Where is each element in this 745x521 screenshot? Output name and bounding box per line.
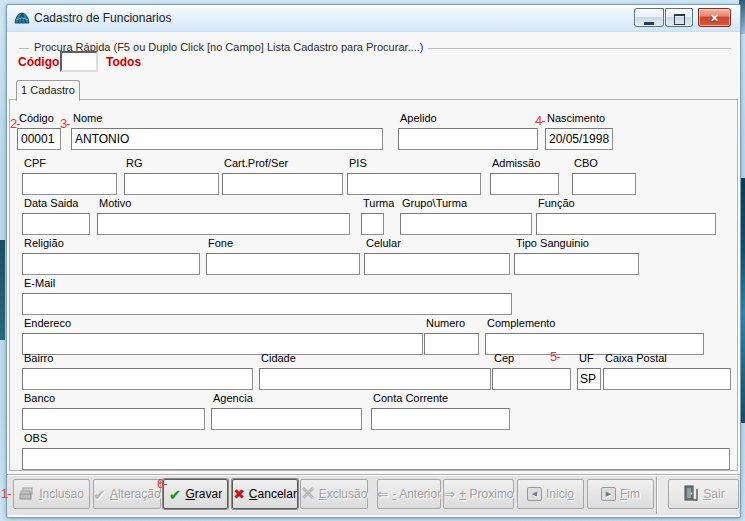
numero-label: Numero bbox=[424, 317, 479, 330]
apelido-input[interactable] bbox=[398, 128, 538, 150]
grupo-turma-label: Grupo\Turma bbox=[400, 197, 532, 210]
turma-label: Turma bbox=[361, 197, 384, 210]
minimize-button[interactable] bbox=[634, 8, 664, 27]
alteracao-button[interactable]: ✔ Alteração bbox=[93, 479, 161, 509]
field-apelido: Apelido bbox=[398, 112, 538, 150]
celular-label: Celular bbox=[364, 237, 510, 250]
field-nome: Nome bbox=[71, 112, 383, 150]
annotation-4: 4- bbox=[535, 113, 545, 128]
field-data-saida: Data Saida bbox=[22, 197, 90, 235]
field-religiao: Religião bbox=[22, 237, 200, 275]
field-admissao: Admissão bbox=[490, 157, 559, 195]
motivo-input[interactable] bbox=[97, 213, 350, 235]
proximo-label: + Proximo bbox=[459, 487, 513, 501]
tipo-sanguinio-input[interactable] bbox=[514, 253, 639, 275]
banco-label: Banco bbox=[22, 392, 205, 405]
nome-input[interactable] bbox=[71, 128, 383, 150]
close-button[interactable]: ✕ bbox=[698, 8, 731, 27]
grupo-turma-input[interactable] bbox=[400, 213, 532, 235]
field-pis: PIS bbox=[347, 157, 481, 195]
cartprof-label: Cart.Prof/Ser bbox=[222, 157, 343, 170]
search-codigo-input[interactable] bbox=[60, 51, 98, 72]
field-obs: OBS bbox=[22, 432, 730, 470]
field-bairro: Bairro bbox=[22, 352, 253, 390]
nome-label: Nome bbox=[71, 112, 383, 125]
fim-label: Fim bbox=[620, 487, 640, 501]
bairro-input[interactable] bbox=[22, 368, 253, 390]
codigo-input[interactable] bbox=[17, 128, 61, 150]
uf-input[interactable] bbox=[577, 368, 601, 390]
exclusao-icon bbox=[301, 487, 315, 501]
fim-icon: ▶ bbox=[601, 487, 616, 501]
admissao-input[interactable] bbox=[490, 173, 559, 195]
sair-button[interactable]: Sair bbox=[668, 479, 739, 509]
maximize-icon bbox=[674, 14, 685, 25]
banco-input[interactable] bbox=[22, 408, 205, 430]
obs-input[interactable] bbox=[22, 448, 730, 470]
field-email: E-Mail bbox=[22, 277, 512, 315]
religiao-label: Religião bbox=[22, 237, 200, 250]
uf-label: UF bbox=[577, 352, 601, 365]
field-cidade: Cidade bbox=[259, 352, 491, 390]
inicio-button[interactable]: ◀ Inicio bbox=[517, 479, 584, 509]
title-bar[interactable]: Cadastro de Funcionarios ✕ bbox=[7, 5, 740, 32]
nascimento-label: Nascimento bbox=[545, 112, 613, 125]
cancelar-button[interactable]: ✖ Cancelar bbox=[232, 479, 298, 509]
cep-input[interactable] bbox=[492, 368, 571, 390]
funcao-input[interactable] bbox=[536, 213, 716, 235]
close-icon: ✕ bbox=[699, 9, 730, 27]
app-icon bbox=[14, 11, 30, 25]
field-banco: Banco bbox=[22, 392, 205, 430]
proximo-button[interactable]: ⇒ + Proximo bbox=[443, 479, 514, 509]
annotation-3: 3- bbox=[60, 116, 70, 131]
anterior-button[interactable]: ⇐ - Anterior bbox=[377, 479, 441, 509]
fone-input[interactable] bbox=[206, 253, 360, 275]
field-cbo: CBO bbox=[572, 157, 636, 195]
turma-input[interactable] bbox=[361, 213, 384, 235]
bairro-label: Bairro bbox=[22, 352, 253, 365]
field-agencia: Agencia bbox=[211, 392, 362, 430]
inicio-icon: ◀ bbox=[527, 487, 542, 501]
maximize-button[interactable] bbox=[665, 8, 693, 27]
cidade-input[interactable] bbox=[259, 368, 491, 390]
field-uf: UF bbox=[577, 352, 601, 390]
agencia-input[interactable] bbox=[211, 408, 362, 430]
field-numero: Numero bbox=[424, 317, 479, 355]
data-saida-input[interactable] bbox=[22, 213, 90, 235]
caixa-postal-input[interactable] bbox=[603, 368, 731, 390]
annotation-6: 6- bbox=[157, 476, 167, 491]
cbo-label: CBO bbox=[572, 157, 636, 170]
field-codigo: Código bbox=[17, 112, 61, 150]
fim-button[interactable]: ▶ Fim bbox=[587, 479, 654, 509]
conta-corrente-input[interactable] bbox=[371, 408, 510, 430]
codigo-label: Código bbox=[17, 112, 61, 125]
field-celular: Celular bbox=[364, 237, 510, 275]
cpf-input[interactable] bbox=[22, 173, 117, 195]
nascimento-input[interactable] bbox=[545, 128, 613, 150]
tab-cadastro[interactable]: 1 Cadastro bbox=[16, 80, 80, 101]
conta-corrente-label: Conta Corrente bbox=[371, 392, 510, 405]
admissao-label: Admissão bbox=[490, 157, 559, 170]
celular-input[interactable] bbox=[364, 253, 510, 275]
field-nascimento: Nascimento bbox=[545, 112, 613, 150]
proximo-icon: ⇒ bbox=[443, 487, 455, 501]
search-todos-label: Todos bbox=[106, 55, 141, 69]
exclusao-label: Exclusão bbox=[319, 487, 368, 501]
gravar-button[interactable]: ✔ Gravar bbox=[163, 479, 228, 509]
funcao-label: Função bbox=[536, 197, 716, 210]
inclusao-icon bbox=[19, 487, 35, 502]
religiao-input[interactable] bbox=[22, 253, 200, 275]
email-input[interactable] bbox=[22, 293, 512, 315]
rg-label: RG bbox=[124, 157, 219, 170]
rg-input[interactable] bbox=[124, 173, 219, 195]
cbo-input[interactable] bbox=[572, 173, 636, 195]
field-turma: Turma bbox=[361, 197, 384, 235]
agencia-label: Agencia bbox=[211, 392, 362, 405]
pis-input[interactable] bbox=[347, 173, 481, 195]
cancelar-label: Cancelar bbox=[249, 487, 297, 501]
exclusao-button[interactable]: Exclusão bbox=[300, 479, 368, 509]
field-funcao: Função bbox=[536, 197, 716, 235]
cartprof-input[interactable] bbox=[222, 173, 343, 195]
inclusao-button[interactable]: Inclusao bbox=[13, 479, 90, 509]
field-fone: Fone bbox=[206, 237, 360, 275]
